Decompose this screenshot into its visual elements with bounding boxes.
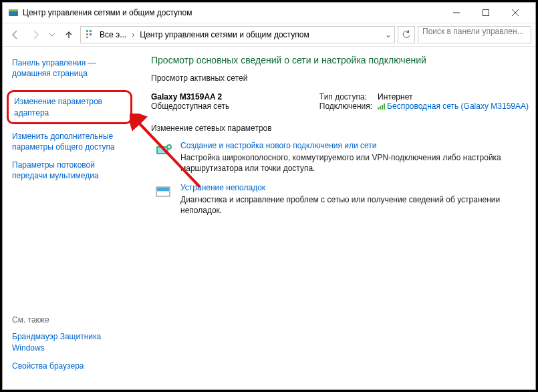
svg-rect-11	[378, 108, 379, 110]
troubleshoot-icon	[155, 185, 172, 200]
chevron-down-icon[interactable]: ⌄	[385, 30, 392, 39]
new-connection-icon	[155, 143, 172, 158]
sidebar-streaming-link[interactable]: Параметры потоковой передачи мультимедиа	[12, 160, 127, 181]
svg-rect-13	[382, 105, 383, 110]
sidebar-browser-link[interactable]: Свойства браузера	[12, 361, 127, 371]
task-new-connection: Создание и настройка нового подключения …	[151, 136, 529, 178]
task-troubleshoot-link[interactable]: Устранение неполадок	[180, 183, 529, 192]
search-input[interactable]: Поиск в панели управлен...	[418, 26, 531, 43]
sidebar: Панель управления — домашняя страница Из…	[3, 47, 136, 389]
active-networks-section: Просмотр активных сетей Galaxy M3159AA 2…	[151, 73, 529, 114]
minimize-button[interactable]	[442, 3, 471, 23]
highlight-box: Изменение параметров адаптера	[7, 90, 132, 124]
change-settings-section: Изменение сетевых параметров Создание и …	[151, 124, 529, 220]
breadcrumb-1[interactable]: Все э...	[97, 30, 129, 39]
sidebar-firewall-link[interactable]: Брандмауэр Защитника Windows	[12, 331, 127, 353]
connections-label: Подключения:	[319, 102, 372, 111]
titlebar: Центр управления сетями и общим доступом	[3, 3, 535, 23]
app-icon	[8, 7, 19, 18]
network-row: Galaxy M3159AA 2 Общедоступная сеть Тип …	[151, 85, 529, 114]
breadcrumb-2[interactable]: Центр управления сетями и общим доступом	[137, 30, 312, 39]
task-troubleshoot: Устранение неполадок Диагностика и испра…	[151, 178, 529, 220]
navbar: Все э... › Центр управления сетями и общ…	[3, 23, 535, 47]
window: Центр управления сетями и общим доступом	[2, 2, 536, 390]
window-title: Центр управления сетями и общим доступом	[23, 8, 442, 17]
nav-back-button[interactable]	[7, 26, 24, 43]
sidebar-adapter-link[interactable]: Изменение параметров адаптера	[14, 96, 125, 118]
refresh-button[interactable]	[398, 26, 415, 43]
svg-rect-10	[86, 37, 88, 38]
network-type: Общедоступная сеть	[151, 102, 229, 111]
svg-rect-8	[86, 33, 88, 35]
content: Просмотр основных сведений о сети и наст…	[136, 47, 535, 389]
seealso-label: См. также	[12, 315, 127, 325]
active-networks-legend: Просмотр активных сетей	[151, 73, 251, 83]
svg-rect-14	[384, 104, 385, 110]
access-type-value: Интернет	[378, 92, 529, 102]
address-bar[interactable]: Все э... › Центр управления сетями и общ…	[80, 26, 395, 43]
svg-rect-7	[90, 30, 92, 32]
access-type-label: Тип доступа:	[319, 92, 372, 102]
task-new-connection-link[interactable]: Создание и настройка нового подключения …	[180, 141, 529, 150]
svg-rect-12	[380, 106, 381, 110]
body: Панель управления — домашняя страница Из…	[3, 47, 535, 389]
task-troubleshoot-desc: Диагностика и исправление проблем с сеть…	[180, 194, 529, 216]
breadcrumb-icon	[84, 29, 94, 41]
sidebar-sharing-link[interactable]: Изменить дополнительные параметры общего…	[12, 131, 127, 152]
svg-rect-1	[9, 9, 18, 11]
network-name: Galaxy M3159AA 2	[151, 92, 229, 102]
wifi-icon	[378, 102, 386, 112]
connection-link-text: Беспроводная сеть (Galaxy M3159AA)	[387, 102, 529, 111]
maximize-button[interactable]	[471, 3, 501, 23]
page-heading: Просмотр основных сведений о сети и наст…	[151, 55, 529, 65]
nav-recent-button[interactable]	[47, 26, 57, 43]
change-settings-legend: Изменение сетевых параметров	[151, 124, 276, 133]
svg-rect-16	[158, 148, 167, 153]
svg-rect-3	[483, 10, 489, 16]
nav-forward-button[interactable]	[27, 26, 44, 43]
svg-rect-19	[157, 188, 169, 191]
close-button[interactable]	[501, 3, 530, 23]
svg-rect-20	[157, 192, 169, 196]
nav-up-button[interactable]	[60, 26, 78, 43]
connection-link[interactable]: Беспроводная сеть (Galaxy M3159AA)	[378, 102, 529, 112]
svg-rect-6	[86, 30, 88, 32]
task-new-connection-desc: Настройка широкополосного, коммутируемог…	[180, 152, 529, 174]
sidebar-home-link[interactable]: Панель управления — домашняя страница	[12, 57, 127, 79]
chevron-right-icon: ›	[132, 30, 134, 39]
svg-rect-9	[90, 33, 92, 35]
